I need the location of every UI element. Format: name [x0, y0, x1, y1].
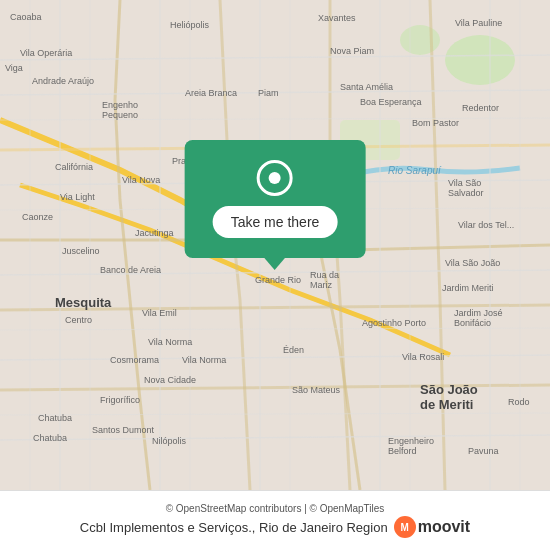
- map-popup: Take me there: [185, 140, 366, 258]
- place-name: Ccbl Implementos e Serviços., Rio de Jan…: [80, 520, 388, 535]
- svg-point-2: [400, 25, 440, 55]
- svg-point-1: [445, 35, 515, 85]
- pin-inner: [269, 172, 281, 184]
- location-pin-icon: [257, 160, 293, 196]
- moovit-icon: M: [394, 516, 416, 538]
- place-info: Ccbl Implementos e Serviços., Rio de Jan…: [80, 516, 470, 538]
- map-container: Caoaba Vila Operária Viga Andrade Araújo…: [0, 0, 550, 490]
- map-attribution: © OpenStreetMap contributors | © OpenMap…: [166, 503, 385, 514]
- bottom-bar: © OpenStreetMap contributors | © OpenMap…: [0, 490, 550, 550]
- moovit-logo: M moovit: [394, 516, 470, 538]
- moovit-brand-text: moovit: [418, 518, 470, 536]
- take-me-there-button[interactable]: Take me there: [213, 206, 338, 238]
